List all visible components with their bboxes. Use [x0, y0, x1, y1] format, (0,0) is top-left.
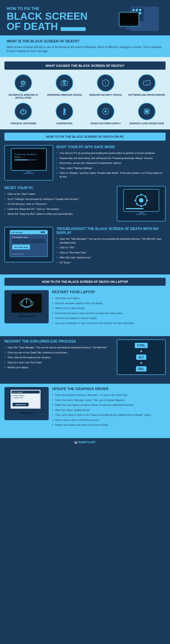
alt-key: ALT: [136, 354, 146, 360]
svg-rect-18: [23, 84, 24, 86]
troubleshoot-image: Task Manager Run New Task File Options V…: [5, 227, 53, 262]
svg-text:File  Options  View: File Options View: [12, 236, 28, 238]
restart-explorer-content: RESTART THE EXPLORER.EXE PROCESS Open th…: [5, 340, 114, 371]
footer-robot-icon: 🤖: [74, 441, 78, 444]
svg-rect-20: [25, 83, 26, 84]
step-item: Click on "Restart," and then select "Ena…: [56, 171, 165, 178]
causes-title: WHAT CAUSES THE BLACK SCREEN OF DEATH?: [5, 62, 165, 70]
svg-text:Run New Task: Run New Task: [14, 246, 28, 248]
step-item: Turn off your PC by pressing and holding…: [56, 151, 165, 155]
step-item: All you have to do is to finish the proc…: [52, 418, 152, 422]
update-graphics-image: Device Manager ▶ Display Adapters Graphi…: [5, 387, 49, 420]
step-item: Then, you'll have to click on the "Searc…: [52, 413, 152, 417]
svg-point-85: [43, 231, 45, 233]
cause-label-5: FORCEFUL SHUTDOWN: [11, 122, 36, 125]
step-item: Then, look for the explorer.exe. functio…: [5, 356, 114, 360]
svg-rect-108: [8, 410, 46, 412]
svg-text:Repair...: Repair...: [14, 156, 25, 158]
step-item: Once you are on the Detail Tab, continue…: [5, 351, 114, 354]
step-item: Use your credentials to sign in and see …: [52, 321, 135, 325]
svg-rect-36: [64, 109, 65, 112]
boot-safe-mode-content: BOOT YOUR PC INTO SAFE MODE Turn off you…: [56, 145, 165, 180]
svg-text:Preparing Automatic: Preparing Automatic: [14, 153, 37, 156]
reset-pc-image: [117, 186, 165, 222]
step-item: Reconnect the power cable and then re-in…: [52, 312, 135, 315]
update-graphics-content: UPDATE THE GRAPHICS DRIVER Press the key…: [52, 387, 152, 428]
plus-sign-2: +: [140, 361, 142, 365]
header-title: BLACK SCREEN OF DEATH FOR PC & LAPTOP: [7, 11, 115, 32]
svg-text:explorer.exe: explorer.exe: [12, 253, 24, 255]
cause-icon-circle-2: [56, 74, 73, 92]
step-item: Open the "Task Manager." You can do it b…: [56, 237, 165, 244]
pc-safe-mode-illustration: Preparing Automatic Repair...: [7, 146, 51, 179]
cause-item-driver-errors: ! SOFTWARE AND DRIVER ERRORS: [128, 74, 165, 99]
svg-text:!: !: [146, 82, 147, 85]
svg-rect-98: [18, 316, 35, 317]
svg-rect-12: [120, 13, 138, 25]
reset-pc-block: RESET YOUR PC Click on the "Start" butto…: [5, 186, 165, 222]
step-item: After that, type "explorer.exe.": [56, 256, 165, 260]
cause-label-1: INCOMPLETE WINDOWS 10 INSTALLATION: [5, 94, 42, 99]
svg-rect-3: [136, 9, 138, 11]
cause-item-security-update: ! WINDOWS SECURITY UPDATE: [87, 74, 125, 99]
svg-text:Graphics Driver: Graphics Driver: [14, 397, 23, 399]
step-item: After that, select "Update Driver".: [52, 408, 152, 412]
step-item: Click on "File.": [56, 246, 165, 250]
pc-fix-section: HOW TO FIX THE BLACK SCREEN OF DEATH ON …: [0, 130, 170, 274]
causes-grid: INCOMPLETE WINDOWS 10 INSTALLATION UNFIN…: [5, 74, 165, 125]
step-item: Connect your laptop to a power supply.: [52, 316, 135, 320]
svg-rect-79: [126, 208, 143, 209]
svg-rect-14: [125, 28, 133, 30]
svg-rect-73: [146, 200, 148, 201]
restart-laptop-title: RESTART YOUR LAPTOP: [52, 290, 135, 294]
laptop-restart-illustration: [6, 291, 48, 323]
update-graphics-section: Device Manager ▶ Display Adapters Graphi…: [0, 384, 170, 438]
svg-text:▶ Display Adapters: ▶ Display Adapters: [13, 395, 25, 396]
folder-icon: !: [142, 78, 151, 87]
svg-rect-71: [140, 205, 142, 207]
svg-marker-43: [104, 109, 107, 114]
step-item: Press the keyboard shortcut, "Windows + …: [52, 393, 152, 397]
cause-item-overheating: OVERHEATING: [46, 102, 83, 125]
reset-pc-content: RESET YOUR PC Click on the "Start" butto…: [5, 186, 114, 217]
monitor-illustration: [117, 4, 161, 33]
restart-explorer-steps: Open the "Task Manager." You can do that…: [5, 346, 114, 369]
svg-point-69: [139, 198, 143, 202]
step-item: Right-click your laptop's Graphics drive…: [52, 403, 152, 407]
troubleshoot-block: Task Manager Run New Task File Options V…: [5, 227, 165, 266]
restart-explorer-title: RESTART THE EXPLORER.EXE PROCESS: [5, 340, 114, 344]
svg-rect-90: [12, 239, 45, 241]
troubleshoot-title: TROUBLESHOOT THE BLACK SCREEN OF DEATH W…: [56, 227, 165, 235]
troubleshoot-illustration: Task Manager Run New Task File Options V…: [7, 227, 51, 262]
cause-label-8: GRAPHICS CARD DRIVER ISSUE: [129, 122, 164, 125]
step-item: On the left pane, click on "Recovery.": [5, 202, 114, 206]
update-graphics-block: Device Manager ▶ Display Adapters Graphi…: [5, 387, 165, 428]
troubleshoot-content: TROUBLESHOOT THE BLACK SCREEN OF DEATH W…: [56, 227, 165, 266]
svg-rect-17: [23, 80, 24, 82]
svg-rect-65: [23, 173, 34, 174]
svg-rect-26: [20, 86, 23, 87]
svg-rect-7: [139, 12, 141, 14]
update-driver-illustration: Device Manager ▶ Display Adapters Graphi…: [6, 388, 48, 420]
restart-laptop-image: [5, 290, 49, 323]
svg-rect-4: [139, 9, 141, 11]
step-item: Restart your laptop.: [5, 366, 114, 369]
troubleshoot-steps: Open the "Task Manager." You can do it b…: [56, 237, 165, 264]
svg-rect-70: [140, 194, 142, 196]
update-graphics-title: UPDATE THE GRAPHICS DRIVER: [52, 387, 152, 391]
causes-section: WHAT CAUSES THE BLACK SCREEN OF DEATH?: [0, 57, 170, 130]
step-item: Click on it, then click "End Task.": [5, 361, 114, 364]
svg-rect-97: [8, 313, 46, 316]
step-item: Once there, access the "Advanced Trouble…: [56, 161, 165, 165]
step-item: Select the "Keep my files" option to ret…: [5, 212, 114, 216]
chip-icon: [142, 107, 151, 116]
step-item: Under the "Reset this PC," click on "Get…: [5, 207, 114, 211]
update-graphics-steps: Press the keyboard shortcut, "Windows + …: [52, 393, 152, 427]
restart-explorer-block: CTRL + ALT + DEL RESTART THE EXPLORER.EX…: [5, 340, 165, 375]
header-text: HOW TO FIX THE BLACK SCREEN OF DEATH FOR…: [7, 6, 115, 32]
cause-label-3: WINDOWS SECURITY UPDATE: [89, 94, 122, 96]
step-item: Wait for one to two minutes.: [52, 306, 135, 310]
cause-icon-circle-7: [97, 102, 114, 120]
reset-pc-illustration: [119, 187, 163, 220]
cause-item-graphics-driver: GRAPHICS CARD DRIVER ISSUE: [128, 102, 165, 125]
